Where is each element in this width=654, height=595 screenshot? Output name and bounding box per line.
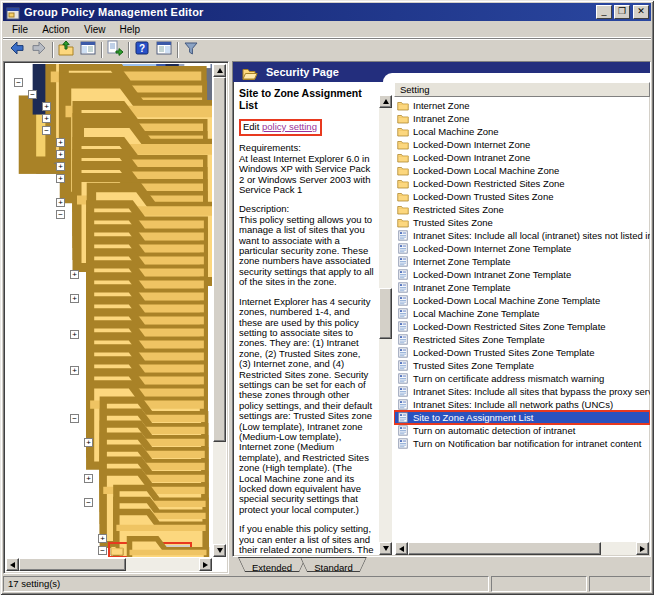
list-item-turn-on-certificate-address-mismatch-war[interactable]: Turn on certificate address mismatch war… — [394, 372, 650, 385]
tree-expander[interactable]: − — [84, 498, 96, 507]
tree-expander[interactable]: + — [56, 162, 68, 171]
tree-expander[interactable]: − — [56, 210, 68, 219]
list-item-locked-down-restricted-sites-zone[interactable]: Locked-Down Restricted Sites Zone — [394, 177, 650, 190]
menu-file[interactable]: File — [5, 22, 35, 37]
help-button[interactable]: ? — [131, 40, 153, 60]
collapse-icon[interactable]: − — [98, 546, 107, 555]
back-button[interactable] — [6, 40, 28, 60]
list-item-locked-down-intranet-zone[interactable]: Locked-Down Intranet Zone — [394, 151, 650, 164]
list-item-intranet-sites-include-all-sites-that-by[interactable]: Intranet Sites: Include all sites that b… — [394, 385, 650, 398]
description-scroll-thumb[interactable] — [379, 288, 392, 339]
expand-icon[interactable]: + — [56, 198, 65, 207]
menu-view[interactable]: View — [77, 22, 113, 37]
list-item-turn-on-notification-bar-notification-fo[interactable]: Turn on Notification bar notification fo… — [394, 437, 650, 450]
show-console-tree-button[interactable] — [77, 40, 99, 60]
collapse-icon[interactable]: − — [84, 498, 93, 507]
tree-scroll-right-button[interactable] — [199, 558, 212, 571]
expand-icon[interactable]: + — [56, 174, 65, 183]
tree-expander[interactable]: + — [70, 294, 82, 303]
list-scroll-left-button[interactable] — [395, 542, 408, 555]
tree-vertical-scrollbar[interactable] — [213, 64, 226, 557]
expand-icon[interactable]: + — [70, 330, 79, 339]
tree-expander[interactable]: + — [70, 366, 82, 375]
expand-icon[interactable]: + — [70, 366, 79, 375]
list-scroll-right-button[interactable] — [636, 542, 649, 555]
expand-icon[interactable]: + — [56, 150, 65, 159]
forward-button[interactable] — [28, 40, 50, 60]
tree-expander[interactable]: − — [42, 126, 54, 135]
menu-help[interactable]: Help — [112, 22, 147, 37]
list-item-intranet-sites-include-all-local-intrane[interactable]: Intranet Sites: Include all local (intra… — [394, 229, 650, 242]
tab-extended[interactable]: Extended — [238, 557, 306, 572]
expand-icon[interactable]: + — [84, 438, 93, 447]
list-item-internet-zone[interactable]: Internet Zone — [394, 99, 650, 112]
list-item-intranet-zone[interactable]: Intranet Zone — [394, 112, 650, 125]
setting-column-header[interactable]: Setting — [394, 82, 650, 97]
filter-button[interactable] — [180, 40, 202, 60]
expand-icon[interactable]: + — [56, 138, 65, 147]
list-item-local-machine-zone-template[interactable]: Local Machine Zone Template — [394, 307, 650, 320]
expand-icon[interactable]: + — [56, 162, 65, 171]
list-item-internet-zone-template[interactable]: Internet Zone Template — [394, 255, 650, 268]
collapse-icon[interactable]: − — [28, 90, 37, 99]
tree-scroll-up-button[interactable] — [213, 64, 226, 77]
tree-horizontal-scrollbar[interactable] — [6, 558, 212, 571]
tree-expander[interactable]: + — [98, 534, 110, 543]
list-item-trusted-sites-zone-template[interactable]: Trusted Sites Zone Template — [394, 359, 650, 372]
tree-expander[interactable]: − — [70, 414, 82, 423]
expand-icon[interactable]: + — [98, 534, 107, 543]
collapse-icon[interactable]: − — [42, 126, 51, 135]
tree-expander[interactable]: + — [42, 102, 54, 111]
list-item-restricted-sites-zone-template[interactable]: Restricted Sites Zone Template — [394, 333, 650, 346]
list-item-intranet-sites-include-all-network-paths[interactable]: Intranet Sites: Include all network path… — [394, 398, 650, 411]
minimize-button[interactable]: _ — [596, 5, 612, 19]
export-list-button[interactable] — [104, 40, 126, 60]
tree-expander[interactable]: + — [70, 270, 82, 279]
description-scroll-down-button[interactable] — [379, 542, 392, 555]
tree-expander[interactable]: − — [28, 90, 40, 99]
menu-action[interactable]: Action — [35, 22, 77, 37]
list-item-locked-down-intranet-zone-template[interactable]: Locked-Down Intranet Zone Template — [394, 268, 650, 281]
show-action-pane-button[interactable] — [153, 40, 175, 60]
policy-setting-link[interactable]: policy setting — [262, 121, 317, 132]
tree-expander[interactable]: + — [56, 150, 68, 159]
tree-scroll-left-button[interactable] — [6, 558, 19, 571]
close-button[interactable]: ✕ — [633, 5, 649, 19]
list-item-locked-down-internet-zone[interactable]: Locked-Down Internet Zone — [394, 138, 650, 151]
tree-expander[interactable]: + — [56, 138, 68, 147]
list-item-locked-down-trusted-sites-zone[interactable]: Locked-Down Trusted Sites Zone — [394, 190, 650, 203]
tree-expander[interactable]: + — [56, 198, 68, 207]
list-item-site-to-zone-assignment-list[interactable]: Site to Zone Assignment List — [394, 411, 650, 424]
description-scroll-up-button[interactable] — [379, 95, 392, 108]
list-item-intranet-zone-template[interactable]: Intranet Zone Template — [394, 281, 650, 294]
tree-expander[interactable]: + — [70, 330, 82, 339]
tab-standard[interactable]: Standard — [300, 557, 367, 572]
collapse-icon[interactable]: − — [56, 210, 65, 219]
tree-vertical-scroll-thumb[interactable] — [213, 77, 226, 442]
tree-expander[interactable]: − — [98, 546, 110, 555]
description-scrollbar[interactable] — [379, 95, 392, 555]
list-item-locked-down-restricted-sites-zone-templa[interactable]: Locked-Down Restricted Sites Zone Templa… — [394, 320, 650, 333]
tree-item-internet-zone[interactable]: Internet Zone — [6, 556, 212, 557]
list-horizontal-scroll-thumb[interactable] — [408, 542, 601, 555]
expand-icon[interactable]: + — [84, 474, 93, 483]
expand-icon[interactable]: + — [42, 114, 51, 123]
up-one-level-button[interactable] — [55, 40, 77, 60]
list-item-locked-down-local-machine-zone-template[interactable]: Locked-Down Local Machine Zone Template — [394, 294, 650, 307]
list-item-turn-on-automatic-detection-of-intranet[interactable]: Turn on automatic detection of intranet — [394, 424, 650, 437]
tree-scroll-down-button[interactable] — [213, 544, 226, 557]
tree-expander[interactable]: + — [84, 438, 96, 447]
list-item-locked-down-trusted-sites-zone-template[interactable]: Locked-Down Trusted Sites Zone Template — [394, 346, 650, 359]
expand-icon[interactable]: + — [70, 270, 79, 279]
expand-icon[interactable]: + — [70, 294, 79, 303]
list-item-locked-down-internet-zone-template[interactable]: Locked-Down Internet Zone Template — [394, 242, 650, 255]
collapse-icon[interactable]: − — [70, 414, 79, 423]
tree-expander[interactable]: + — [56, 174, 68, 183]
maximize-button[interactable]: ❐ — [614, 5, 630, 19]
tree-expander[interactable]: + — [84, 474, 96, 483]
list-item-locked-down-local-machine-zone[interactable]: Locked-Down Local Machine Zone — [394, 164, 650, 177]
list-horizontal-scrollbar[interactable] — [395, 542, 649, 555]
collapse-icon[interactable]: − — [14, 78, 23, 87]
title-bar[interactable]: Group Policy Management Editor _ ❐ ✕ — [3, 3, 651, 21]
tree-horizontal-scroll-thumb[interactable] — [19, 558, 126, 571]
